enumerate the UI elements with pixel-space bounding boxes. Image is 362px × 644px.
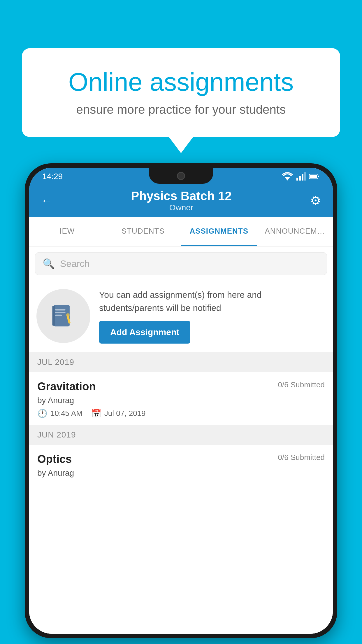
status-icons [282,172,320,181]
assignment-top-row-2: Optics 0/6 Submitted [37,453,325,466]
phone-frame: 14:29 [25,163,337,638]
speech-bubble-card: Online assignments ensure more practice … [22,48,340,137]
tab-students[interactable]: STUDENTS [105,217,181,246]
svg-rect-7 [310,175,317,178]
submitted-count-2: 0/6 Submitted [278,453,325,462]
svg-rect-2 [299,176,301,181]
status-time: 14:29 [42,172,63,181]
assignment-title-2: Optics [37,453,72,466]
meta-time: 🕐 10:45 AM [37,409,82,418]
list-item[interactable]: Gravitation 0/6 Submitted by Anurag 🕐 10… [29,372,333,425]
meta-date: 📅 Jul 07, 2019 [91,409,146,418]
promo-description: You can add assignment(s) from here and … [99,288,326,314]
top-bar-title-area: Physics Batch 12 Owner [131,189,232,212]
tab-bar: IEW STUDENTS ASSIGNMENTS ANNOUNCEM… [29,217,333,246]
tab-announcements[interactable]: ANNOUNCEM… [257,217,333,246]
promo-text-area: You can add assignment(s) from here and … [99,288,326,344]
back-button[interactable]: ← [41,194,52,207]
search-bar[interactable]: 🔍 Search [35,252,327,275]
search-icon: 🔍 [43,258,55,270]
bubble-subtitle: ensure more practice for your students [44,103,318,117]
svg-rect-9 [52,305,55,326]
add-assignment-button[interactable]: Add Assignment [99,321,190,344]
svg-rect-6 [318,176,319,177]
submitted-count: 0/6 Submitted [278,380,325,389]
tab-overview[interactable]: IEW [29,217,105,246]
notebook-icon [50,302,77,330]
bubble-title: Online assignments [44,67,318,97]
search-placeholder-text: Search [60,258,89,269]
tab-assignments[interactable]: ASSIGNMENTS [181,217,257,246]
list-item[interactable]: Optics 0/6 Submitted by Anurag [29,445,333,488]
promo-block: You can add assignment(s) from here and … [29,281,333,352]
camera [177,172,185,180]
wifi-icon [282,172,293,181]
section-header-jul: JUL 2019 [29,352,333,372]
phone-screen: 14:29 [29,168,333,634]
assignment-author: by Anurag [37,396,325,405]
assignment-author-2: by Anurag [37,468,325,478]
calendar-icon: 📅 [91,409,101,418]
assignment-meta: 🕐 10:45 AM 📅 Jul 07, 2019 [37,409,325,418]
svg-marker-0 [285,177,290,181]
svg-rect-10 [55,309,66,310]
section-header-jun: JUN 2019 [29,425,333,445]
assignment-time: 10:45 AM [50,409,82,418]
content-area: 🔍 Search [29,246,333,634]
assignment-date: Jul 07, 2019 [104,409,146,418]
svg-rect-3 [302,174,303,181]
page-title: Physics Batch 12 [131,189,232,203]
clock-icon: 🕐 [37,409,48,418]
assignment-title: Gravitation [37,380,96,393]
svg-rect-12 [55,314,62,316]
battery-icon [309,174,320,179]
svg-point-14 [66,313,70,317]
page-subtitle: Owner [131,203,232,212]
svg-rect-4 [304,172,306,181]
svg-rect-1 [296,178,298,181]
signal-icon [296,172,306,181]
top-bar: ← Physics Batch 12 Owner ⚙ [29,184,333,217]
settings-icon[interactable]: ⚙ [310,193,321,208]
assignment-top-row: Gravitation 0/6 Submitted [37,380,325,393]
svg-rect-11 [55,312,66,313]
phone-notch [149,168,213,184]
promo-icon-circle [36,289,90,343]
